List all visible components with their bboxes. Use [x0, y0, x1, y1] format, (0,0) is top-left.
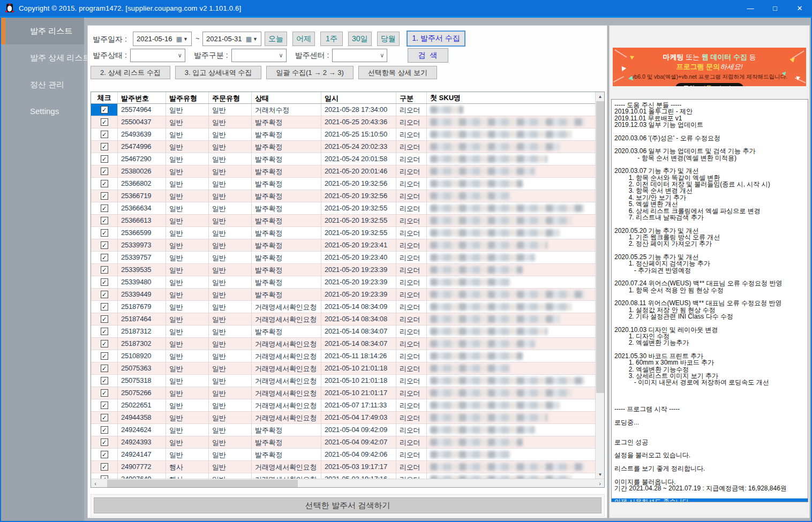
checkbox-checked[interactable]: ✓	[101, 155, 108, 163]
table-row[interactable]: ✓25366613일반일반발주확정2021-05-20 19:32:55리오더	[91, 215, 595, 227]
table-row[interactable]: ✓25339757일반일반발주확정2021-05-20 19:23:40리오더	[91, 252, 595, 264]
checkbox-cell[interactable]: ✓	[91, 461, 118, 473]
scroll-left-arrow[interactable]: ‹	[91, 479, 100, 488]
filter-dropdown-2[interactable]: ∨	[231, 49, 287, 62]
checkbox-cell[interactable]: ✓	[91, 449, 118, 460]
checkbox-checked[interactable]: ✓	[101, 463, 108, 471]
checkbox-checked[interactable]: ✓	[101, 254, 108, 261]
checkbox-cell[interactable]: ✓	[91, 301, 118, 313]
sidebar-item-4[interactable]: Settings	[1, 98, 84, 125]
sidebar-item-2[interactable]: 발주 상세 리스트	[1, 44, 84, 71]
action-button-3[interactable]: 일괄 수집(1 → 2 → 3)	[266, 66, 353, 79]
date-from-picker[interactable]: 2021-05-16 ▦ ▼	[133, 32, 192, 46]
checkbox-cell[interactable]: ✓	[91, 116, 118, 128]
table-row[interactable]: ✓25187302일반일반거래명세서확인요청2021-05-14 08:34:0…	[91, 338, 595, 350]
checkbox-checked[interactable]: ✓	[101, 143, 108, 150]
checkbox-cell[interactable]: ✓	[91, 424, 118, 436]
quick-range-button-5[interactable]: 당월	[377, 32, 400, 46]
checkbox-checked[interactable]: ✓	[101, 266, 108, 274]
vertical-scroll-thumb[interactable]	[596, 101, 604, 393]
vertical-scrollbar[interactable]: ▲ ▼	[595, 92, 604, 479]
checkbox-cell[interactable]: ✓	[91, 326, 118, 337]
scroll-right-arrow[interactable]: ›	[596, 479, 604, 488]
table-row[interactable]: ✓25339973일반일반발주확정2021-05-20 19:23:41리오더	[91, 239, 595, 252]
table-row[interactable]: ✓24944358일반일반거래명세서확인요청2021-05-04 17:49:0…	[91, 412, 595, 424]
action-button-2[interactable]: 3. 입고 상세내역 수집	[175, 66, 262, 79]
checkbox-checked[interactable]: ✓	[101, 168, 108, 175]
table-row[interactable]: ✓25366599일반일반발주확정2021-05-20 19:32:55리오더	[91, 227, 595, 239]
checkbox-checked[interactable]: ✓	[101, 303, 108, 311]
checkbox-cell[interactable]: ✓	[91, 362, 118, 374]
filter-dropdown-1[interactable]: ∨	[130, 49, 185, 62]
quick-range-button-2[interactable]: 어제	[292, 32, 315, 46]
action-button-1[interactable]: 2. 상세 리스트 수집	[91, 66, 170, 79]
checkbox-cell[interactable]: ✓	[91, 350, 118, 362]
table-row[interactable]: ✓25380026일반일반발주확정2021-05-20 20:01:46리오더	[91, 165, 595, 178]
checkbox-checked[interactable]: ✓	[101, 106, 108, 114]
checkbox-checked[interactable]: ✓	[101, 389, 108, 397]
scroll-up-arrow[interactable]: ▲	[596, 92, 605, 101]
sidebar-item-3[interactable]: 정산 관리	[1, 71, 84, 98]
sidebar-item-1[interactable]: 발주 리스트	[1, 18, 84, 44]
close-button[interactable]: ✕	[787, 0, 812, 16]
checkbox-cell[interactable]: ✓	[91, 153, 118, 165]
checkbox-cell[interactable]: ✓	[91, 202, 118, 214]
table-row[interactable]: ✓25187679일반일반거래명세서확인요청2021-05-14 08:34:0…	[91, 301, 595, 313]
checkbox-cell[interactable]: ✓	[91, 436, 118, 448]
chevron-down-icon[interactable]: ▼	[183, 36, 188, 42]
checkbox-cell[interactable]: ✓	[91, 141, 118, 153]
checkbox-checked[interactable]: ✓	[101, 229, 108, 237]
table-row[interactable]: ✓25493639일반일반발주확정2021-05-25 15:10:50리오더	[91, 128, 595, 141]
table-row[interactable]: ✓25339480일반일반발주확정2021-05-20 19:23:39리오더	[91, 276, 595, 289]
checkbox-cell[interactable]: ✓	[91, 276, 118, 288]
horizontal-scroll-thumb[interactable]	[107, 480, 298, 487]
quick-range-button-3[interactable]: 1주	[320, 32, 343, 46]
checkbox-cell[interactable]: ✓	[91, 104, 118, 116]
checkbox-cell[interactable]: ✓	[91, 128, 118, 140]
checkbox-cell[interactable]: ✓	[91, 215, 118, 226]
checkbox-checked[interactable]: ✓	[101, 192, 108, 200]
checkbox-checked[interactable]: ✓	[101, 131, 108, 138]
checkbox-checked[interactable]: ✓	[101, 217, 108, 224]
table-row[interactable]: ✓25500437일반일반발주확정2021-05-25 20:43:36리오더	[91, 116, 595, 128]
checkbox-checked[interactable]: ✓	[101, 451, 108, 458]
checkbox-cell[interactable]: ✓	[91, 178, 118, 190]
table-row[interactable]: ✓25574964일반일반거래처수정2021-05-28 17:34:00리오더	[91, 104, 595, 116]
checkbox-cell[interactable]: ✓	[91, 252, 118, 263]
table-row[interactable]: ✓25474996일반일반발주확정2021-05-24 20:02:33리오더	[91, 141, 595, 153]
checkbox-cell[interactable]: ✓	[91, 239, 118, 251]
checkbox-checked[interactable]: ✓	[101, 205, 108, 212]
table-row[interactable]: ✓25022651일반일반거래명세서확인요청2021-05-07 17:11:3…	[91, 399, 595, 412]
checkbox-checked[interactable]: ✓	[101, 278, 108, 286]
chevron-down-icon[interactable]: ▼	[253, 36, 258, 42]
ad-banner[interactable]: 마케팅 또는 웹 데이터 수집 등 프로그램 문의하세요! vb6.0 및 vb…	[613, 48, 806, 86]
table-row[interactable]: ✓25075363일반일반거래명세서확인요청2021-05-10 21:01:1…	[91, 362, 595, 375]
checkbox-checked[interactable]: ✓	[101, 426, 108, 434]
checkbox-checked[interactable]: ✓	[101, 352, 108, 360]
table-row[interactable]: ✓25187312일반일반발주확정2021-05-14 08:34:07리오더	[91, 326, 595, 338]
checkbox-cell[interactable]: ✓	[91, 227, 118, 239]
checkbox-checked[interactable]: ✓	[101, 118, 108, 126]
quick-range-button-4[interactable]: 30일	[348, 32, 372, 46]
checkbox-checked[interactable]: ✓	[101, 328, 108, 335]
table-row[interactable]: ✓25339449일반일반발주확정2021-05-20 19:23:39리오더	[91, 289, 595, 301]
quick-range-button-1[interactable]: 오늘	[265, 32, 287, 46]
scroll-down-arrow[interactable]: ▼	[596, 470, 605, 479]
checkbox-cell[interactable]: ✓	[91, 412, 118, 423]
table-row[interactable]: ✓25467290일반일반발주확정2021-05-24 20:01:58리오더	[91, 153, 595, 165]
table-row[interactable]: ✓24924393일반일반발주확정2021-05-04 09:42:07리오더	[91, 436, 595, 449]
checkbox-cell[interactable]: ✓	[91, 313, 118, 325]
checkbox-checked[interactable]: ✓	[101, 402, 108, 409]
checkbox-checked[interactable]: ✓	[101, 291, 108, 298]
table-row[interactable]: ✓24924624일반일반발주확정2021-05-04 09:42:09리오더	[91, 424, 595, 436]
table-row[interactable]: ✓24924147일반일반발주확정2021-05-04 09:42:06리오더	[91, 449, 595, 461]
table-row[interactable]: ✓25187464일반일반거래명세서확인요청2021-05-14 08:34:0…	[91, 313, 595, 326]
checkbox-checked[interactable]: ✓	[101, 365, 108, 372]
filter-dropdown-3[interactable]: ∨	[332, 49, 387, 62]
checkbox-cell[interactable]: ✓	[91, 264, 118, 276]
table-row[interactable]: ✓25075318일반일반거래명세서확인요청2021-05-10 21:01:1…	[91, 375, 595, 387]
table-row[interactable]: ✓24907772행사일반거래명세서확인요청2021-05-03 19:17:1…	[91, 461, 595, 473]
action-button-4[interactable]: 선택항목 상세 보기	[358, 66, 437, 79]
table-row[interactable]: ✓25366634일반일반발주확정2021-05-20 19:32:55리오더	[91, 202, 595, 215]
checkbox-checked[interactable]: ✓	[101, 438, 108, 446]
